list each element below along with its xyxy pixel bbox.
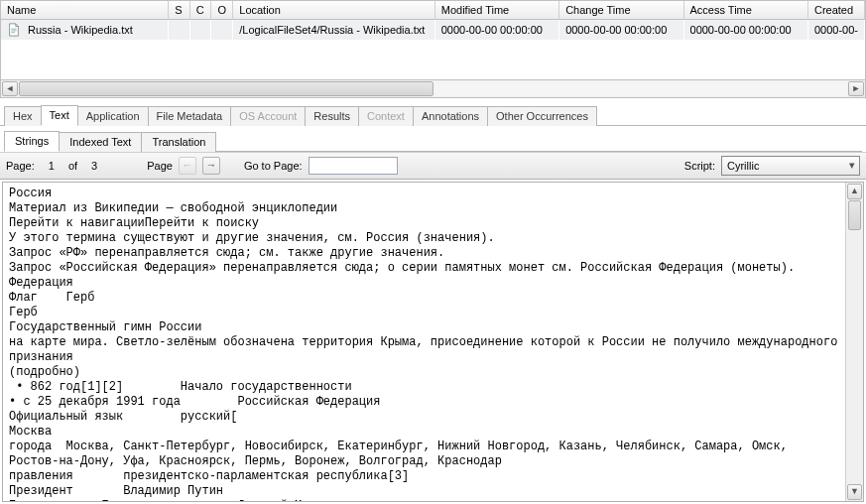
- cell-cre: 0000-00-: [807, 20, 864, 41]
- goto-label: Go to Page:: [244, 160, 303, 172]
- tab-other[interactable]: Other Occurrences: [487, 106, 597, 126]
- text-pane-wrap: Россия Материал из Википедии — свободной…: [2, 182, 864, 502]
- text-subtabstrip: Strings Indexed Text Translation: [4, 130, 862, 152]
- script-select[interactable]: Cyrillic: [721, 156, 860, 176]
- subtab-strings[interactable]: Strings: [4, 131, 60, 152]
- text-file-icon: [7, 23, 21, 37]
- tab-os-account: OS Account: [230, 106, 306, 126]
- col-c[interactable]: C: [189, 1, 211, 20]
- cell-o: [211, 20, 233, 41]
- table-row[interactable]: Russia - Wikipedia.txt /LogicalFileSet4/…: [1, 20, 865, 41]
- file-table-container: Name S C O Location Modified Time Change…: [0, 0, 866, 80]
- col-access-time[interactable]: Access Time: [683, 1, 807, 20]
- page-of: of: [68, 160, 77, 172]
- col-name[interactable]: Name: [1, 1, 169, 20]
- cell-name: Russia - Wikipedia.txt: [28, 24, 133, 36]
- main-tabstrip: Hex Text Application File Metadata OS Ac…: [0, 104, 866, 126]
- script-label: Script:: [684, 160, 715, 172]
- tab-annotations[interactable]: Annotations: [413, 106, 488, 126]
- cell-location: /LogicalFileSet4/Russia - Wikipedia.txt: [233, 20, 434, 41]
- scroll-down-button[interactable]: ▼: [847, 484, 862, 500]
- page-current: 1: [41, 160, 62, 172]
- col-change-time[interactable]: Change Time: [559, 1, 683, 20]
- tab-context: Context: [358, 106, 414, 126]
- page-label2: Page: [147, 160, 173, 172]
- cell-chg: 0000-00-00 00:00:00: [559, 20, 683, 41]
- vscroll-thumb[interactable]: [848, 200, 861, 230]
- hscroll-thumb[interactable]: [19, 81, 433, 96]
- cell-s: [169, 20, 189, 41]
- subtab-translation[interactable]: Translation: [141, 132, 216, 152]
- tab-hex[interactable]: Hex: [4, 106, 42, 126]
- col-modified-time[interactable]: Modified Time: [434, 1, 558, 20]
- next-page-button[interactable]: →: [202, 157, 220, 175]
- tab-application[interactable]: Application: [77, 106, 149, 126]
- tab-text[interactable]: Text: [41, 105, 78, 126]
- script-select-value: Cyrillic: [727, 160, 759, 172]
- prev-page-button[interactable]: ←: [179, 157, 196, 175]
- scroll-left-button[interactable]: ◄: [2, 81, 18, 96]
- tab-file-metadata[interactable]: File Metadata: [148, 106, 232, 126]
- text-content[interactable]: Россия Материал из Википедии — свободной…: [3, 183, 845, 501]
- cell-acc: 0000-00-00 00:00:00: [683, 20, 807, 41]
- file-table-hscroll[interactable]: ◄ ►: [0, 80, 866, 98]
- scroll-right-button[interactable]: ►: [848, 81, 864, 96]
- text-vscroll[interactable]: ▲ ▼: [845, 183, 863, 501]
- tab-results[interactable]: Results: [305, 106, 359, 126]
- file-table: Name S C O Location Modified Time Change…: [1, 1, 865, 79]
- col-created[interactable]: Created: [807, 1, 864, 20]
- table-header-row: Name S C O Location Modified Time Change…: [1, 1, 865, 20]
- page-total: 3: [83, 160, 105, 172]
- col-location[interactable]: Location: [233, 1, 434, 20]
- pager-bar: Page: 1 of 3 Page ← → Go to Page: Script…: [0, 152, 866, 180]
- goto-page-input[interactable]: [309, 157, 398, 175]
- subtab-indexed[interactable]: Indexed Text: [59, 132, 142, 152]
- scroll-up-button[interactable]: ▲: [847, 184, 862, 199]
- col-s[interactable]: S: [169, 1, 189, 20]
- hscroll-track[interactable]: [19, 81, 847, 96]
- col-o[interactable]: O: [211, 1, 233, 20]
- page-label: Page:: [6, 160, 35, 172]
- cell-mod: 0000-00-00 00:00:00: [434, 20, 558, 41]
- cell-c: [189, 20, 211, 41]
